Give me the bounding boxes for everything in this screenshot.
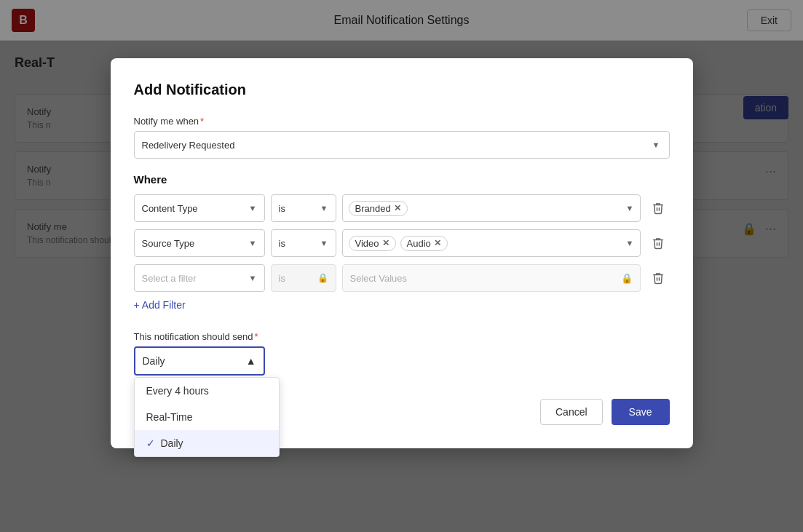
filter-op-label-1: is (279, 203, 285, 214)
add-filter-label: + Add Filter (134, 299, 186, 311)
send-label: This notification should send * (134, 331, 670, 342)
tag-audio-label: Audio (407, 238, 431, 249)
filter-type-select-2[interactable]: Source Type ▼ (134, 229, 265, 257)
filter-tag-box-2[interactable]: Video ✕ Audio ✕ ▼ (342, 229, 641, 257)
filter-op-chevron-2: ▼ (320, 239, 328, 247)
filter-op-chevron-1: ▼ (320, 204, 328, 213)
filter-type-label-3: Select a filter (142, 273, 197, 284)
filter-type-3: Select a filter ▼ (134, 264, 265, 292)
add-notification-modal: Add Notification Notify me when * Redeli… (111, 58, 693, 448)
frequency-option-every4h-label: Every 4 hours (146, 385, 209, 397)
filter-type-select-3[interactable]: Select a filter ▼ (134, 264, 265, 292)
notify-when-select-wrapper: Redelivery Requested ▼ (134, 131, 670, 159)
filter-tag-box-1[interactable]: Branded ✕ ▼ (342, 194, 641, 222)
tag-audio: Audio ✕ (400, 236, 448, 251)
notify-when-select[interactable]: Redelivery Requested ▼ (134, 131, 670, 159)
tag-audio-close[interactable]: ✕ (434, 238, 441, 248)
filter-values-lock-3: 🔒 (621, 273, 633, 284)
frequency-option-daily[interactable]: ✓ Daily (135, 430, 279, 456)
filter-row-3: Select a filter ▼ is 🔒 Select Values 🔒 (134, 264, 670, 292)
filter-values-3: Select Values 🔒 (342, 264, 641, 292)
filter-op-1: is ▼ (271, 194, 336, 222)
notify-when-required: * (200, 116, 204, 127)
filter-op-disabled-3: is 🔒 (271, 264, 336, 292)
filter-op-label-2: is (279, 238, 285, 249)
cancel-button[interactable]: Cancel (540, 399, 603, 425)
modal-title: Add Notification (134, 82, 670, 98)
where-section: Where Content Type ▼ is ▼ (134, 173, 670, 311)
frequency-value: Daily (143, 355, 165, 367)
frequency-option-realtime-label: Real-Time (146, 411, 193, 423)
modal-overlay: Add Notification Notify me when * Redeli… (0, 0, 803, 532)
tag-branded-label: Branded (355, 203, 391, 214)
filter-op-2: is ▼ (271, 229, 336, 257)
filter-values-1: Branded ✕ ▼ (342, 194, 641, 222)
filter-type-select-1[interactable]: Content Type ▼ (134, 194, 265, 222)
filter-op-label-3: is (279, 273, 285, 284)
filter-op-select-1[interactable]: is ▼ (271, 194, 336, 222)
filter-type-label-2: Source Type (142, 238, 195, 249)
tag-branded-close[interactable]: ✕ (394, 203, 401, 213)
filter-type-2: Source Type ▼ (134, 229, 265, 257)
filter-row-2: Source Type ▼ is ▼ Video ✕ (134, 229, 670, 257)
filter-delete-1[interactable] (646, 196, 670, 220)
filter-values-chevron-2: ▼ (626, 239, 634, 247)
daily-check-icon: ✓ (146, 437, 155, 449)
send-required: * (255, 331, 258, 342)
filter-type-label-1: Content Type (142, 203, 198, 214)
frequency-dropdown: Every 4 hours Real-Time ✓ Daily (134, 377, 280, 457)
tag-video-close[interactable]: ✕ (382, 238, 389, 248)
where-label: Where (134, 173, 670, 186)
filter-op-3: is 🔒 (271, 264, 336, 292)
frequency-option-daily-label: Daily (161, 437, 183, 449)
filter-delete-2[interactable] (646, 231, 670, 255)
frequency-option-realtime[interactable]: Real-Time (135, 404, 279, 430)
frequency-chevron-icon: ▲ (246, 355, 256, 367)
filter-op-lock-3: 🔒 (317, 273, 328, 283)
notify-when-value: Redelivery Requested (142, 140, 235, 151)
filter-type-chevron-3: ▼ (249, 274, 257, 282)
filter-op-select-2[interactable]: is ▼ (271, 229, 336, 257)
filter-row-1: Content Type ▼ is ▼ Branded ✕ (134, 194, 670, 222)
filter-type-chevron-2: ▼ (249, 239, 257, 247)
frequency-select[interactable]: Daily ▲ (134, 346, 265, 376)
frequency-option-every4h[interactable]: Every 4 hours (135, 378, 279, 404)
filter-type-1: Content Type ▼ (134, 194, 265, 222)
notify-when-chevron-icon: ▼ (652, 140, 660, 149)
tag-video: Video ✕ (349, 236, 396, 251)
filter-values-disabled-3: Select Values 🔒 (342, 264, 641, 292)
filter-values-placeholder-3: Select Values (350, 273, 408, 284)
tag-video-label: Video (355, 238, 379, 249)
filter-values-chevron-1: ▼ (626, 204, 634, 213)
add-filter-button[interactable]: + Add Filter (134, 299, 670, 311)
send-section: This notification should send * Daily ▲ … (134, 331, 670, 376)
filter-delete-3[interactable] (646, 266, 670, 290)
frequency-select-wrapper: Daily ▲ Every 4 hours Real-Time ✓ Daily (134, 346, 265, 376)
filter-type-chevron-1: ▼ (249, 204, 257, 213)
tag-branded: Branded ✕ (349, 201, 408, 216)
filter-values-2: Video ✕ Audio ✕ ▼ (342, 229, 641, 257)
save-button[interactable]: Save (612, 399, 670, 425)
notify-when-label: Notify me when * (134, 116, 670, 127)
